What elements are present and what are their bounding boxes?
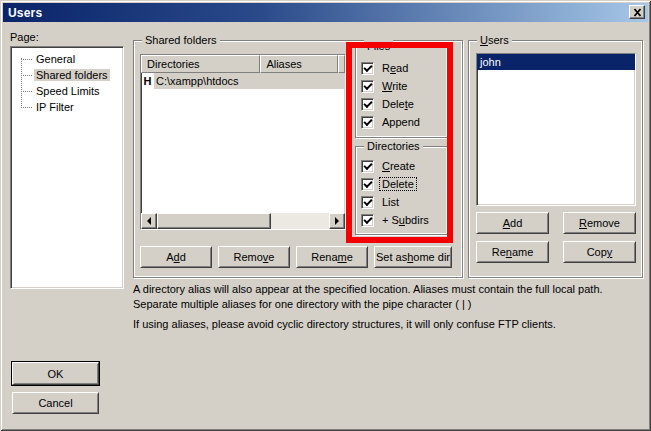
subdirs-checkbox-label[interactable]: + Subdirs [380,214,431,226]
dirs-create-row: Create [361,158,417,174]
home-marker: H [141,73,154,89]
page-label: Page: [10,31,39,43]
set-as-home-dir-button[interactable]: Set as home dir [374,246,452,268]
sidebar-item-shared-folders[interactable]: Shared folders [13,67,121,83]
read-checkbox[interactable] [361,62,374,75]
append-checkbox[interactable] [361,116,374,129]
horizontal-scrollbar[interactable] [141,213,345,229]
column-header-aliases[interactable]: Aliases [260,55,338,73]
dirs-delete-row: Delete [361,176,416,192]
directories-listview[interactable]: Directories Aliases H C:\xampp\htdocs [140,54,346,230]
ok-button[interactable]: OK [12,362,99,385]
files-write-row: Write [361,78,409,94]
users-dialog: Users Page: General Shared folders Speed… [0,0,651,431]
shared-folders-group-label: Shared folders [142,34,220,47]
tree-stub [23,107,32,108]
dir-delete-checkbox-label[interactable]: Delete [380,178,416,190]
close-button[interactable] [629,5,645,19]
scrollbar-thumb[interactable] [157,213,271,229]
users-group-label: Users [477,34,512,47]
left-arrow-icon [147,217,151,225]
title-bar[interactable]: Users [3,3,648,22]
alias-description: A directory alias will also appear at th… [133,282,649,332]
dirs-subdirs-row: + Subdirs [361,212,431,228]
list-checkbox[interactable] [361,196,374,209]
file-delete-checkbox[interactable] [361,98,374,111]
dirs-list-row: List [361,194,401,210]
cancel-button[interactable]: Cancel [12,392,99,414]
append-checkbox-label[interactable]: Append [380,116,422,128]
sidebar-item-ip-filter[interactable]: IP Filter [13,99,121,115]
scroll-left-button[interactable] [141,213,157,229]
file-delete-checkbox-label[interactable]: Delete [380,98,416,110]
read-checkbox-label[interactable]: Read [380,62,410,74]
sidebar-item-label: Speed Limits [34,85,102,97]
files-group-label: Files [364,40,393,53]
user-item-john[interactable]: john [477,54,635,70]
subdirs-checkbox[interactable] [361,214,374,227]
list-checkbox-label[interactable]: List [380,196,401,208]
dir-delete-checkbox[interactable] [361,178,374,191]
add-user-button[interactable]: Add [476,212,549,234]
column-header-directories[interactable]: Directories [141,55,260,73]
directory-row[interactable]: H C:\xampp\htdocs [141,73,345,89]
files-append-row: Append [361,114,422,130]
tree-stub [23,91,32,92]
directories-group-label: Directories [364,140,423,153]
remove-user-button[interactable]: Remove [563,212,636,234]
close-icon [633,8,642,17]
copy-user-button[interactable]: Copy [563,241,636,263]
sidebar-item-speed-limits[interactable]: Speed Limits [13,83,121,99]
remove-directory-button[interactable]: Remove [218,246,290,268]
scroll-right-button[interactable] [329,213,345,229]
rename-directory-button[interactable]: Rename [296,246,368,268]
tree-stub [23,59,32,60]
sidebar-item-general[interactable]: General [13,51,121,67]
scrollbar-track[interactable] [271,213,329,229]
write-checkbox[interactable] [361,80,374,93]
alias-description-paragraph-2: If using aliases, please avoid cyclic di… [133,317,649,332]
sidebar-item-label: Shared folders [34,69,110,81]
users-listbox[interactable]: john [476,53,636,206]
sidebar-item-label: General [34,53,77,65]
create-checkbox-label[interactable]: Create [380,160,417,172]
add-directory-button[interactable]: Add [140,246,212,268]
create-checkbox[interactable] [361,160,374,173]
tree-stub [23,75,32,76]
window-title: Users [8,6,42,20]
column-header-filler [338,55,345,73]
files-read-row: Read [361,60,410,76]
alias-description-paragraph-1: A directory alias will also appear at th… [133,282,649,312]
listview-header: Directories Aliases [141,55,345,73]
write-checkbox-label[interactable]: Write [380,80,409,92]
page-tree[interactable]: General Shared folders Speed Limits IP F… [10,46,124,289]
sidebar-item-label: IP Filter [34,101,76,113]
files-delete-row: Delete [361,96,416,112]
right-arrow-icon [335,217,339,225]
rename-user-button[interactable]: Rename [476,241,549,263]
directory-path: C:\xampp\htdocs [154,73,345,89]
